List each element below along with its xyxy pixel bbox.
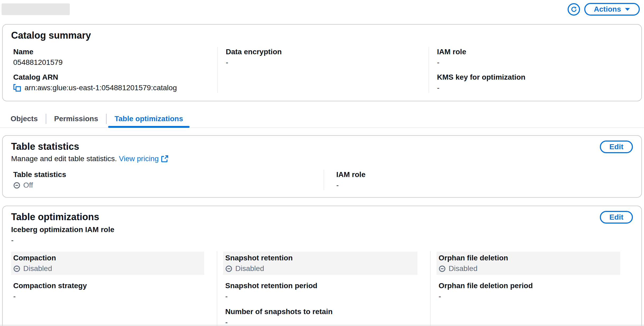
name-value: 054881201579	[13, 58, 210, 67]
table-statistics-status: Off	[13, 181, 316, 190]
table-statistics-edit-button[interactable]: Edit	[600, 141, 633, 153]
table-statistics-status-text: Off	[23, 181, 33, 190]
tab-bar: Objects Permissions Table optimizations	[0, 112, 644, 128]
optimizations-col-snapshot: Snapshot retention Disabled Snapshot ret…	[217, 251, 430, 326]
tab-table-optimizations[interactable]: Table optimizations	[108, 112, 190, 127]
iceberg-iam-role-value: -	[11, 236, 114, 245]
name-field: Name 054881201579	[13, 47, 210, 67]
snapshot-retention-field: Snapshot retention Disabled	[223, 252, 417, 275]
compaction-field: Compaction Disabled	[11, 252, 204, 275]
status-stopped-icon	[225, 265, 232, 272]
view-pricing-label: View pricing	[119, 154, 159, 164]
iam-role-label: IAM role	[437, 47, 625, 56]
compaction-status: Disabled	[13, 264, 202, 273]
tab-divider	[46, 114, 46, 124]
refresh-button[interactable]	[568, 3, 580, 16]
snapshot-retention-period-field: Snapshot retention period -	[225, 281, 423, 301]
table-statistics-field: Table statistics Off	[13, 170, 316, 190]
iceberg-iam-role-field: Iceberg optimization IAM role -	[11, 225, 114, 245]
data-encryption-field: Data encryption -	[226, 47, 421, 67]
optimizations-col-compaction: Compaction Disabled Compaction strategy …	[11, 251, 217, 326]
catalog-summary-card: Catalog summary Name 054881201579 Catalo…	[2, 24, 642, 101]
snapshots-to-retain-label: Number of snapshots to retain	[225, 307, 423, 316]
stats-iam-role-value: -	[336, 181, 625, 190]
catalog-summary-grid: Name 054881201579 Catalog ARN arn:aws:g	[11, 47, 633, 93]
status-stopped-icon	[13, 182, 20, 189]
view-pricing-link[interactable]: View pricing	[119, 154, 168, 164]
bottom-divider	[0, 325, 644, 325]
table-optimizations-title: Table optimizations	[11, 211, 114, 223]
catalog-summary-col-3: IAM role - KMS key for optimization -	[429, 47, 633, 93]
catalog-summary-col-1: Name 054881201579 Catalog ARN arn:aws:g	[11, 47, 217, 93]
data-encryption-label: Data encryption	[226, 47, 421, 56]
status-stopped-icon	[13, 265, 20, 272]
catalog-summary-title: Catalog summary	[11, 29, 633, 42]
table-optimizations-grid: Compaction Disabled Compaction strategy …	[11, 251, 633, 326]
table-statistics-description-text: Manage and edit table statistics.	[11, 155, 117, 163]
status-stopped-icon	[439, 265, 446, 272]
actions-button[interactable]: Actions	[584, 3, 640, 16]
table-statistics-header: Table statistics Manage and edit table s…	[11, 141, 168, 164]
header-actions: Actions	[568, 3, 640, 16]
tab-objects[interactable]: Objects	[8, 112, 45, 127]
snapshot-retention-status-text: Disabled	[235, 264, 264, 273]
copy-arn-button[interactable]	[13, 84, 21, 92]
snapshots-to-retain-field: Number of snapshots to retain -	[225, 307, 423, 326]
table-statistics-label: Table statistics	[13, 170, 316, 179]
title-loading-skeleton	[2, 3, 70, 15]
external-link-icon	[161, 155, 168, 162]
table-optimizations-card: Table optimizations Iceberg optimization…	[2, 206, 642, 326]
stats-iam-role-label: IAM role	[336, 170, 625, 179]
data-encryption-value: -	[226, 58, 421, 67]
iceberg-iam-role-label: Iceberg optimization IAM role	[11, 225, 114, 234]
table-statistics-title: Table statistics	[11, 141, 168, 153]
catalog-arn-value: arn:aws:glue:us-east-1:054881201579:cata…	[25, 83, 177, 92]
stats-iam-role-field: IAM role -	[336, 170, 625, 190]
page-header: Actions	[0, 0, 644, 18]
kms-key-label: KMS key for optimization	[437, 73, 625, 82]
kms-key-field: KMS key for optimization -	[437, 73, 625, 92]
snapshot-retention-period-value: -	[225, 292, 423, 301]
kms-key-value: -	[437, 83, 625, 92]
compaction-label: Compaction	[13, 253, 202, 262]
optimizations-col-orphan: Orphan file deletion Disabled Orphan fil…	[430, 251, 633, 326]
table-statistics-col-1: Table statistics Off	[11, 170, 324, 190]
orphan-deletion-period-value: -	[439, 292, 625, 301]
orphan-deletion-period-label: Orphan file deletion period	[439, 281, 625, 290]
catalog-arn-field: Catalog ARN arn:aws:glue:us-east-1:05488…	[13, 73, 210, 92]
tab-divider	[106, 114, 107, 124]
table-statistics-description: Manage and edit table statistics. View p…	[11, 154, 168, 164]
table-statistics-col-2: IAM role -	[324, 170, 633, 190]
orphan-deletion-period-field: Orphan file deletion period -	[439, 281, 625, 301]
iam-role-value: -	[437, 58, 625, 67]
table-statistics-grid: Table statistics Off IAM role -	[11, 170, 633, 190]
chevron-down-icon	[625, 8, 630, 11]
table-statistics-card: Table statistics Manage and edit table s…	[2, 135, 642, 198]
table-optimizations-edit-button[interactable]: Edit	[600, 211, 633, 224]
catalog-summary-col-2: Data encryption -	[217, 47, 429, 93]
name-label: Name	[13, 47, 210, 56]
orphan-file-deletion-label: Orphan file deletion	[439, 253, 618, 262]
compaction-strategy-value: -	[13, 292, 209, 301]
table-optimizations-header: Table optimizations Iceberg optimization…	[11, 211, 114, 245]
snapshot-retention-label: Snapshot retention	[225, 253, 415, 262]
orphan-file-deletion-status: Disabled	[439, 264, 618, 273]
snapshot-retention-period-label: Snapshot retention period	[225, 281, 423, 290]
compaction-strategy-field: Compaction strategy -	[13, 281, 209, 301]
snapshot-retention-status: Disabled	[225, 264, 415, 273]
catalog-arn-label: Catalog ARN	[13, 73, 210, 82]
tab-permissions[interactable]: Permissions	[47, 112, 105, 127]
iam-role-field: IAM role -	[437, 47, 625, 67]
copy-icon	[13, 84, 21, 92]
orphan-file-deletion-status-text: Disabled	[449, 264, 477, 273]
compaction-strategy-label: Compaction strategy	[13, 281, 209, 290]
refresh-icon	[570, 6, 578, 13]
compaction-status-text: Disabled	[23, 264, 52, 273]
orphan-file-deletion-field: Orphan file deletion Disabled	[436, 252, 620, 275]
actions-button-label: Actions	[594, 5, 621, 13]
